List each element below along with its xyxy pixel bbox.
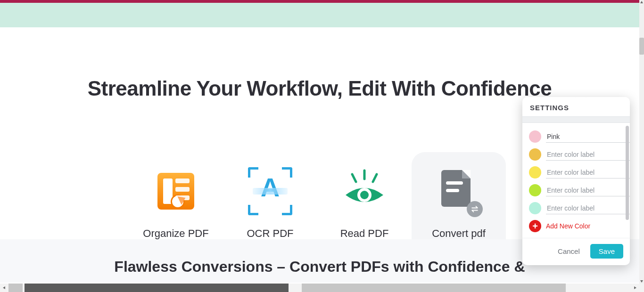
- popover-footer: Cancel Save: [522, 238, 630, 265]
- horizontal-scrollbar-thumb[interactable]: [302, 284, 566, 292]
- swatch-gold[interactable]: [529, 148, 541, 161]
- popover-title: SETTINGS: [522, 97, 630, 116]
- save-button[interactable]: Save: [590, 244, 623, 259]
- scroll-up-button[interactable]: [639, 0, 644, 5]
- section-title: Flawless Conversions – Convert PDFs with…: [114, 258, 525, 276]
- svg-marker-8: [634, 286, 636, 289]
- popover-scrollbar-thumb[interactable]: [626, 126, 629, 220]
- triangle-up-icon: [640, 0, 644, 4]
- triangle-right-icon: [633, 286, 637, 290]
- color-row-pink: [528, 128, 627, 146]
- card-convert-pdf[interactable]: Convert pdf: [412, 152, 506, 253]
- card-label: Read PDF: [340, 227, 389, 240]
- header-band: [0, 3, 639, 27]
- card-label: OCR PDF: [247, 227, 294, 240]
- color-row-mint: [528, 199, 627, 217]
- color-row-yellow: [528, 163, 627, 181]
- color-label-input[interactable]: [546, 167, 630, 178]
- cancel-button[interactable]: Cancel: [554, 244, 584, 259]
- add-new-color-row[interactable]: + Add New Color: [528, 217, 627, 235]
- scroll-down-button[interactable]: [639, 279, 644, 284]
- scroll-right-button[interactable]: [631, 284, 639, 292]
- svg-marker-5: [640, 1, 643, 3]
- popover-body: + Add New Color: [522, 123, 630, 238]
- swatch-lime[interactable]: [529, 184, 541, 196]
- swatch-yellow[interactable]: [529, 166, 541, 178]
- card-ocr-pdf[interactable]: A OCR PDF: [223, 152, 317, 253]
- convert-pdf-icon: [433, 165, 485, 217]
- color-row-gold: [528, 146, 627, 163]
- color-label-input[interactable]: [546, 149, 630, 161]
- card-read-pdf[interactable]: Read PDF: [317, 152, 412, 253]
- svg-point-4: [360, 191, 369, 199]
- color-label-input[interactable]: [546, 131, 630, 143]
- card-label: Convert pdf: [432, 227, 486, 240]
- popover-divider: [522, 116, 630, 123]
- svg-line-2: [373, 174, 377, 182]
- triangle-left-icon: [2, 286, 6, 290]
- card-organize-pdf[interactable]: Organize PDF: [129, 152, 223, 253]
- color-label-input[interactable]: [546, 185, 630, 196]
- scroll-left-button[interactable]: [0, 284, 8, 292]
- plus-icon: +: [529, 220, 541, 232]
- horizontal-scrollbar-thumb[interactable]: [8, 284, 23, 292]
- svg-marker-6: [640, 280, 643, 283]
- vertical-scrollbar-thumb[interactable]: [639, 38, 644, 55]
- read-pdf-icon: [339, 165, 390, 217]
- add-new-color-label: Add New Color: [546, 222, 590, 230]
- settings-popover: SETTINGS + Add New Color Cancel: [522, 97, 630, 265]
- svg-marker-7: [3, 286, 5, 289]
- ocr-pdf-icon: A: [244, 165, 296, 217]
- organize-pdf-icon: [150, 165, 202, 217]
- horizontal-scrollbar-thumb[interactable]: [25, 284, 289, 292]
- card-label: Organize PDF: [143, 227, 208, 240]
- color-row-lime: [528, 181, 627, 199]
- swatch-pink[interactable]: [529, 130, 541, 143]
- svg-line-1: [352, 174, 356, 182]
- color-label-input[interactable]: [546, 203, 630, 214]
- swatch-mint[interactable]: [529, 202, 541, 214]
- triangle-down-icon: [640, 279, 644, 283]
